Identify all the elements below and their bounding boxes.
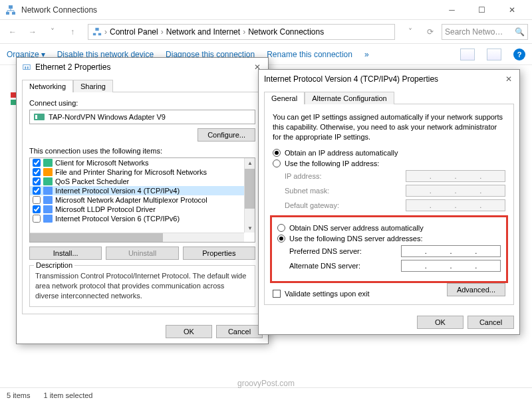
view-options-button[interactable]	[460, 49, 475, 60]
refresh-button[interactable]: ⟳	[422, 23, 439, 41]
nav-toolbar: ← → ˅ ↑ › Control Panel › Network and In…	[0, 20, 532, 44]
close-button[interactable]: ✕	[497, 0, 527, 20]
item-checkbox[interactable]	[33, 159, 41, 167]
svg-rect-17	[43, 215, 53, 223]
checkbox-icon	[273, 290, 281, 298]
horizontal-scrollbar[interactable]	[30, 233, 244, 242]
ok-button[interactable]: OK	[166, 325, 212, 338]
preferred-dns-input[interactable]: ...	[401, 245, 501, 257]
ethernet-icon	[22, 62, 31, 72]
checkbox-label: Validate settings upon exit	[285, 290, 370, 298]
obtain-dns-radio[interactable]: Obtain DNS server address automatically	[277, 224, 501, 232]
list-item[interactable]: Internet Protocol Version 6 (TCP/IPv6)	[30, 214, 255, 223]
maximize-button[interactable]: ☐	[467, 0, 497, 20]
tab-alternate-config[interactable]: Alternate Configuration	[305, 92, 394, 104]
vertical-scrollbar[interactable]: ▲ ▼	[244, 158, 255, 233]
rename-cmd[interactable]: Rename this connection	[267, 50, 352, 59]
radio-label: Obtain DNS server address automatically	[289, 224, 424, 232]
radio-icon	[273, 159, 281, 167]
list-item[interactable]: Client for Microsoft Networks	[30, 158, 255, 167]
items-label: This connection uses the following items…	[29, 147, 255, 155]
ipv4-properties-dialog: Internet Protocol Version 4 (TCP/IPv4) P…	[258, 69, 520, 335]
component-icon	[43, 205, 53, 213]
search-placeholder: Search Netwo…	[445, 27, 503, 37]
scroll-down-arrow[interactable]: ▼	[245, 223, 255, 233]
status-bar: 5 items 1 item selected	[0, 387, 532, 402]
item-checkbox[interactable]	[33, 177, 41, 185]
radio-label: Use the following IP address:	[285, 159, 379, 167]
obtain-ip-radio[interactable]: Obtain an IP address automatically	[273, 149, 505, 157]
scroll-up-arrow[interactable]: ▲	[245, 158, 255, 167]
list-item[interactable]: File and Printer Sharing for Microsoft N…	[30, 167, 255, 177]
tab-sharing[interactable]: Sharing	[73, 80, 113, 92]
search-input[interactable]: Search Netwo… 🔍	[442, 24, 528, 40]
list-item[interactable]: Microsoft LLDP Protocol Driver	[30, 205, 255, 214]
address-dropdown[interactable]: ˅	[402, 23, 419, 41]
item-label: Internet Protocol Version 4 (TCP/IPv4)	[55, 187, 180, 195]
scroll-thumb[interactable]	[245, 169, 255, 209]
component-icon	[43, 196, 53, 204]
more-cmd[interactable]: »	[364, 50, 369, 59]
item-checkbox[interactable]	[33, 196, 41, 204]
list-item[interactable]: Internet Protocol Version 4 (TCP/IPv4)	[30, 186, 255, 195]
configure-button[interactable]: Configure...	[198, 128, 255, 142]
cancel-button[interactable]: Cancel	[216, 325, 263, 338]
item-checkbox[interactable]	[33, 205, 41, 213]
cancel-button[interactable]: Cancel	[467, 316, 514, 329]
components-list[interactable]: Client for Microsoft NetworksFile and Pr…	[29, 157, 255, 243]
subnet-input: ...	[406, 185, 505, 197]
list-item[interactable]: QoS Packet Scheduler	[30, 177, 255, 186]
item-label: File and Printer Sharing for Microsoft N…	[55, 168, 207, 176]
tab-general[interactable]: General	[264, 92, 305, 104]
network-icon	[5, 5, 16, 15]
adapter-name: TAP-NordVPN Windows Adapter V9	[49, 113, 166, 121]
svg-rect-14	[43, 187, 53, 195]
close-icon[interactable]: ✕	[503, 74, 514, 84]
properties-button[interactable]: Properties	[183, 247, 255, 260]
list-item[interactable]: Microsoft Network Adapter Multiplexor Pr…	[30, 195, 255, 205]
connect-using-label: Connect using:	[29, 99, 255, 107]
item-checkbox[interactable]	[33, 187, 41, 195]
svg-rect-1	[12, 12, 15, 15]
component-icon	[43, 187, 53, 195]
adapter-field[interactable]: TAP-NordVPN Windows Adapter V9	[29, 110, 255, 124]
minimize-button[interactable]: ─	[437, 0, 467, 20]
scroll-thumb[interactable]	[30, 233, 163, 242]
component-icon	[43, 159, 53, 167]
preview-pane-button[interactable]	[487, 49, 501, 60]
adapter-icon	[34, 113, 45, 121]
svg-rect-4	[98, 33, 101, 35]
breadcrumb-item[interactable]: Network and Internet	[166, 27, 240, 37]
svg-rect-7	[25, 66, 26, 69]
item-checkbox[interactable]	[33, 168, 41, 176]
svg-rect-6	[23, 65, 31, 70]
ok-button[interactable]: OK	[417, 316, 464, 329]
svg-rect-12	[43, 168, 53, 176]
recent-dropdown[interactable]: ˅	[44, 23, 61, 41]
help-button[interactable]: ?	[513, 49, 525, 60]
forward-button[interactable]: →	[24, 23, 41, 41]
dialog-title: Ethernet 2 Properties	[35, 62, 252, 72]
radio-icon	[277, 224, 285, 232]
radio-icon	[273, 149, 281, 157]
item-checkbox[interactable]	[33, 215, 41, 223]
breadcrumb[interactable]: › Control Panel › Network and Internet ›…	[88, 24, 395, 40]
use-ip-radio[interactable]: Use the following IP address:	[273, 159, 505, 167]
tab-networking[interactable]: Networking	[22, 80, 73, 92]
radio-icon	[277, 235, 285, 243]
svg-rect-0	[6, 12, 9, 15]
alternate-dns-input[interactable]: ...	[401, 260, 501, 272]
up-button[interactable]: ↑	[64, 23, 81, 41]
item-label: QoS Packet Scheduler	[55, 177, 129, 185]
uninstall-button[interactable]: Uninstall	[106, 247, 178, 260]
description-group: Description Transmission Control Protoco…	[29, 265, 255, 307]
use-dns-radio[interactable]: Use the following DNS server addresses:	[277, 235, 501, 243]
svg-rect-11	[43, 159, 53, 167]
breadcrumb-item[interactable]: Control Panel	[110, 27, 158, 37]
back-button[interactable]: ←	[4, 23, 21, 41]
dialog-title: Internet Protocol Version 4 (TCP/IPv4) P…	[264, 74, 503, 84]
advanced-button[interactable]: Advanced...	[447, 283, 505, 296]
install-button[interactable]: Install...	[29, 247, 102, 260]
breadcrumb-item[interactable]: Network Connections	[248, 27, 324, 37]
item-label: Client for Microsoft Networks	[55, 159, 149, 167]
